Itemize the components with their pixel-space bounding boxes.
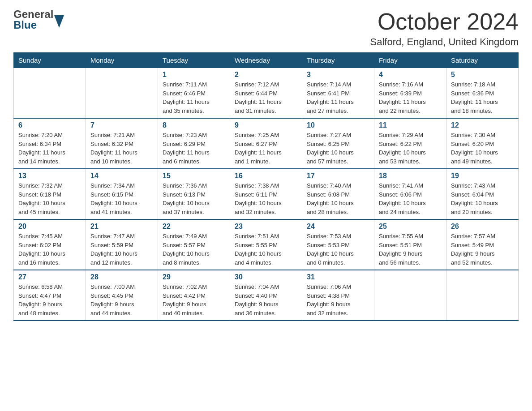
day-info: Sunrise: 7:40 AM Sunset: 6:08 PM Dayligh… <box>307 181 369 216</box>
day-number: 15 <box>163 172 225 180</box>
col-sunday: Sunday <box>14 53 86 68</box>
calendar-week-row: 6Sunrise: 7:20 AM Sunset: 6:34 PM Daylig… <box>14 118 519 169</box>
table-row: 17Sunrise: 7:40 AM Sunset: 6:08 PM Dayli… <box>302 169 374 219</box>
day-number: 27 <box>18 273 81 281</box>
day-number: 6 <box>18 121 81 129</box>
table-row: 8Sunrise: 7:23 AM Sunset: 6:29 PM Daylig… <box>158 118 230 169</box>
table-row: 7Sunrise: 7:21 AM Sunset: 6:32 PM Daylig… <box>86 118 158 169</box>
day-number: 16 <box>235 172 297 180</box>
table-row: 3Sunrise: 7:14 AM Sunset: 6:41 PM Daylig… <box>302 68 374 119</box>
table-row: 26Sunrise: 7:57 AM Sunset: 5:49 PM Dayli… <box>446 219 519 270</box>
day-info: Sunrise: 7:12 AM Sunset: 6:44 PM Dayligh… <box>235 80 297 115</box>
day-info: Sunrise: 7:32 AM Sunset: 6:18 PM Dayligh… <box>18 181 81 216</box>
table-row: 4Sunrise: 7:16 AM Sunset: 6:39 PM Daylig… <box>374 68 446 119</box>
table-row <box>446 270 519 321</box>
day-info: Sunrise: 7:16 AM Sunset: 6:39 PM Dayligh… <box>379 80 442 115</box>
calendar-week-row: 1Sunrise: 7:11 AM Sunset: 6:46 PM Daylig… <box>14 68 519 119</box>
title-area: October 2024 Salford, England, United Ki… <box>370 9 519 48</box>
day-number: 26 <box>451 223 514 231</box>
day-info: Sunrise: 7:02 AM Sunset: 4:42 PM Dayligh… <box>163 283 225 317</box>
table-row: 28Sunrise: 7:00 AM Sunset: 4:45 PM Dayli… <box>86 270 158 321</box>
svg-marker-0 <box>54 15 64 28</box>
day-info: Sunrise: 7:49 AM Sunset: 5:57 PM Dayligh… <box>163 232 225 267</box>
day-number: 12 <box>451 121 514 129</box>
day-info: Sunrise: 7:53 AM Sunset: 5:53 PM Dayligh… <box>307 232 369 267</box>
day-info: Sunrise: 7:47 AM Sunset: 5:59 PM Dayligh… <box>90 232 153 267</box>
logo-triangle-icon <box>54 15 64 30</box>
col-thursday: Thursday <box>302 53 374 68</box>
col-monday: Monday <box>86 53 158 68</box>
table-row: 11Sunrise: 7:29 AM Sunset: 6:22 PM Dayli… <box>374 118 446 169</box>
col-saturday: Saturday <box>446 53 519 68</box>
day-info: Sunrise: 7:14 AM Sunset: 6:41 PM Dayligh… <box>307 80 369 115</box>
table-row: 5Sunrise: 7:18 AM Sunset: 6:36 PM Daylig… <box>446 68 519 119</box>
location: Salford, England, United Kingdom <box>370 36 519 48</box>
calendar-header-row: Sunday Monday Tuesday Wednesday Thursday… <box>14 53 519 68</box>
table-row: 13Sunrise: 7:32 AM Sunset: 6:18 PM Dayli… <box>14 169 86 219</box>
day-number: 2 <box>235 71 297 79</box>
day-number: 14 <box>90 172 153 180</box>
table-row: 20Sunrise: 7:45 AM Sunset: 6:02 PM Dayli… <box>14 219 86 270</box>
page-header: General Blue October 2024 Salford, Engla… <box>13 9 519 48</box>
day-number: 17 <box>307 172 369 180</box>
day-info: Sunrise: 7:38 AM Sunset: 6:11 PM Dayligh… <box>235 181 297 216</box>
day-number: 13 <box>18 172 81 180</box>
day-number: 22 <box>163 223 225 231</box>
table-row: 31Sunrise: 7:06 AM Sunset: 4:38 PM Dayli… <box>302 270 374 321</box>
day-info: Sunrise: 7:20 AM Sunset: 6:34 PM Dayligh… <box>18 131 81 166</box>
day-number: 18 <box>379 172 442 180</box>
day-info: Sunrise: 7:27 AM Sunset: 6:25 PM Dayligh… <box>307 131 369 166</box>
table-row: 24Sunrise: 7:53 AM Sunset: 5:53 PM Dayli… <box>302 219 374 270</box>
table-row: 6Sunrise: 7:20 AM Sunset: 6:34 PM Daylig… <box>14 118 86 169</box>
day-number: 1 <box>163 71 225 79</box>
day-number: 21 <box>90 223 153 231</box>
day-number: 31 <box>307 273 369 281</box>
table-row: 25Sunrise: 7:55 AM Sunset: 5:51 PM Dayli… <box>374 219 446 270</box>
day-info: Sunrise: 7:51 AM Sunset: 5:55 PM Dayligh… <box>235 232 297 267</box>
day-number: 11 <box>379 121 442 129</box>
table-row: 21Sunrise: 7:47 AM Sunset: 5:59 PM Dayli… <box>86 219 158 270</box>
calendar-week-row: 13Sunrise: 7:32 AM Sunset: 6:18 PM Dayli… <box>14 169 519 219</box>
day-info: Sunrise: 7:45 AM Sunset: 6:02 PM Dayligh… <box>18 232 81 267</box>
logo-general: General <box>13 9 53 20</box>
day-info: Sunrise: 7:41 AM Sunset: 6:06 PM Dayligh… <box>379 181 442 216</box>
day-info: Sunrise: 7:29 AM Sunset: 6:22 PM Dayligh… <box>379 131 442 166</box>
logo: General Blue <box>13 9 64 30</box>
day-number: 25 <box>379 223 442 231</box>
calendar-week-row: 20Sunrise: 7:45 AM Sunset: 6:02 PM Dayli… <box>14 219 519 270</box>
day-number: 4 <box>379 71 442 79</box>
table-row: 29Sunrise: 7:02 AM Sunset: 4:42 PM Dayli… <box>158 270 230 321</box>
col-tuesday: Tuesday <box>158 53 230 68</box>
day-info: Sunrise: 7:43 AM Sunset: 6:04 PM Dayligh… <box>451 181 514 216</box>
table-row: 16Sunrise: 7:38 AM Sunset: 6:11 PM Dayli… <box>230 169 302 219</box>
table-row <box>14 68 86 119</box>
table-row <box>374 270 446 321</box>
day-info: Sunrise: 7:06 AM Sunset: 4:38 PM Dayligh… <box>307 283 369 317</box>
day-number: 10 <box>307 121 369 129</box>
table-row: 30Sunrise: 7:04 AM Sunset: 4:40 PM Dayli… <box>230 270 302 321</box>
day-info: Sunrise: 7:21 AM Sunset: 6:32 PM Dayligh… <box>90 131 153 166</box>
day-number: 30 <box>235 273 297 281</box>
table-row: 12Sunrise: 7:30 AM Sunset: 6:20 PM Dayli… <box>446 118 519 169</box>
table-row: 2Sunrise: 7:12 AM Sunset: 6:44 PM Daylig… <box>230 68 302 119</box>
day-info: Sunrise: 7:11 AM Sunset: 6:46 PM Dayligh… <box>163 80 225 115</box>
table-row: 22Sunrise: 7:49 AM Sunset: 5:57 PM Dayli… <box>158 219 230 270</box>
day-number: 20 <box>18 223 81 231</box>
day-number: 3 <box>307 71 369 79</box>
day-info: Sunrise: 7:36 AM Sunset: 6:13 PM Dayligh… <box>163 181 225 216</box>
calendar-table: Sunday Monday Tuesday Wednesday Thursday… <box>13 52 519 321</box>
day-info: Sunrise: 7:57 AM Sunset: 5:49 PM Dayligh… <box>451 232 514 267</box>
logo-blue: Blue <box>13 20 53 30</box>
table-row: 10Sunrise: 7:27 AM Sunset: 6:25 PM Dayli… <box>302 118 374 169</box>
table-row <box>86 68 158 119</box>
day-info: Sunrise: 7:18 AM Sunset: 6:36 PM Dayligh… <box>451 80 514 115</box>
table-row: 9Sunrise: 7:25 AM Sunset: 6:27 PM Daylig… <box>230 118 302 169</box>
day-info: Sunrise: 7:34 AM Sunset: 6:15 PM Dayligh… <box>90 181 153 216</box>
day-info: Sunrise: 7:55 AM Sunset: 5:51 PM Dayligh… <box>379 232 442 267</box>
day-number: 28 <box>90 273 153 281</box>
day-info: Sunrise: 7:25 AM Sunset: 6:27 PM Dayligh… <box>235 131 297 166</box>
day-number: 9 <box>235 121 297 129</box>
day-number: 24 <box>307 223 369 231</box>
day-info: Sunrise: 7:23 AM Sunset: 6:29 PM Dayligh… <box>163 131 225 166</box>
day-number: 19 <box>451 172 514 180</box>
